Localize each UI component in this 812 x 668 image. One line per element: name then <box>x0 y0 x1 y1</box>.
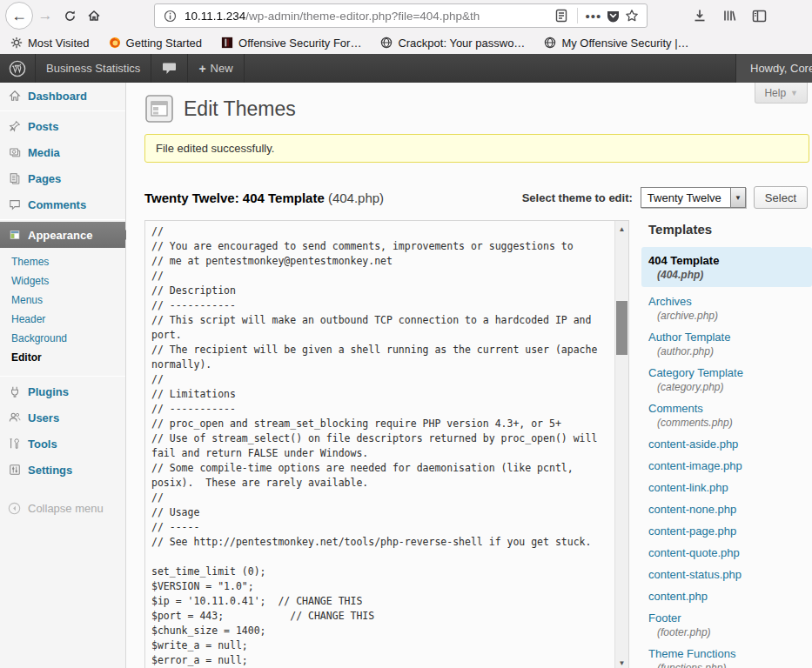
template-link[interactable]: Author Template <box>648 330 730 344</box>
template-item-content-page[interactable]: content-page.php <box>648 523 812 538</box>
bookmark-my-offensive-security[interactable]: My Offensive Security |… <box>544 37 688 50</box>
template-link[interactable]: content-page.php <box>648 524 736 538</box>
sidebar-item-media[interactable]: Media <box>0 139 125 165</box>
template-link[interactable]: content.php <box>648 589 708 604</box>
collapse-menu-button[interactable]: Collapse menu <box>0 495 125 521</box>
help-label: Help <box>764 87 786 99</box>
screen: ← → 10.11.1.234/wp-admin/theme-editor.ph… <box>0 0 812 668</box>
sidebar-item-appearance[interactable]: Appearance <box>0 222 125 248</box>
template-item-content-link[interactable]: content-link.php <box>648 479 812 495</box>
template-link[interactable]: content-image.php <box>648 458 742 473</box>
bookmark-crackpot[interactable]: Crackpot: Your passwo… <box>380 37 525 50</box>
scrollbar-thumb[interactable] <box>616 301 627 355</box>
home-icon <box>87 9 101 23</box>
pocket-icon[interactable] <box>603 6 622 25</box>
new-content-button[interactable]: + New <box>188 54 244 83</box>
template-item-author[interactable]: Author Template (author.php) <box>648 329 812 358</box>
page-actions-icon[interactable]: ••• <box>584 6 603 25</box>
reader-mode-icon[interactable] <box>552 6 571 25</box>
template-item-comments[interactable]: Comments (comments.php) <box>648 400 812 430</box>
template-link[interactable]: Comments <box>648 401 703 416</box>
sidebar-item-label: Media <box>28 146 60 159</box>
theme-picker: Select theme to edit: Twenty Twelve ▼ Se… <box>522 186 808 209</box>
template-link[interactable]: Category Template <box>648 365 743 380</box>
site-name-link[interactable]: Business Statistics <box>36 54 151 83</box>
template-link[interactable]: content-status.php <box>648 567 742 582</box>
forward-button[interactable]: → <box>33 3 57 28</box>
comments-bubble-button[interactable] <box>151 54 188 83</box>
library-icon[interactable] <box>722 9 736 23</box>
sidebar-item-comments[interactable]: Comments <box>0 191 125 217</box>
template-link[interactable]: Theme Functions <box>648 646 735 661</box>
wordpress-logo[interactable] <box>0 54 36 83</box>
plugin-icon <box>8 385 22 397</box>
sidebar-item-tools[interactable]: Tools <box>0 431 125 457</box>
comments-icon <box>8 198 22 210</box>
template-item-content-status[interactable]: content-status.php <box>648 566 812 582</box>
template-link[interactable]: content-aside.php <box>648 437 738 451</box>
template-filename: (functions.php) <box>648 661 812 668</box>
submenu-item-menus[interactable]: Menus <box>0 291 125 310</box>
url-bar[interactable]: 10.11.1.234/wp-admin/theme-editor.php?fi… <box>154 3 648 28</box>
url-text[interactable]: 10.11.1.234/wp-admin/theme-editor.php?fi… <box>185 10 552 23</box>
code-content[interactable]: // // You are encouraged to send comment… <box>145 221 628 668</box>
sidebar-item-settings[interactable]: Settings <box>0 457 125 483</box>
template-link[interactable]: Footer <box>648 611 681 625</box>
template-link[interactable]: content-none.php <box>648 502 736 517</box>
submenu-item-widgets[interactable]: Widgets <box>0 271 125 291</box>
sidebar-item-label: Users <box>28 411 59 424</box>
gear-icon <box>10 37 23 49</box>
theme-select-dropdown[interactable]: Twenty Twelve ▼ <box>641 187 746 208</box>
template-item-archives[interactable]: Archives (archive.php) <box>648 293 812 323</box>
template-filename: (comments.php) <box>648 416 812 430</box>
template-item-content-aside[interactable]: content-aside.php <box>648 436 812 451</box>
admin-content: Help ▼ Edit Themes File edited successfu… <box>126 83 812 668</box>
reload-button[interactable] <box>57 3 82 28</box>
editor-scrollbar[interactable]: ▲ ▼ <box>614 221 628 668</box>
template-link[interactable]: content-quote.php <box>648 545 740 560</box>
template-item-content-quote[interactable]: content-quote.php <box>648 544 812 560</box>
site-info-icon[interactable] <box>160 6 179 25</box>
sidebar-item-plugins[interactable]: Plugins <box>0 378 125 404</box>
sidebar-item-users[interactable]: Users <box>0 404 125 431</box>
notice-text: File edited successfully. <box>156 142 274 155</box>
sidebar-item-label: Tools <box>28 438 57 451</box>
template-item-category[interactable]: Category Template (category.php) <box>648 364 812 394</box>
submenu-item-editor[interactable]: Editor <box>0 348 125 367</box>
submenu-item-themes[interactable]: Themes <box>0 252 125 271</box>
url-domain: 10.11.1.234 <box>185 10 245 23</box>
edited-file-title: Twenty Twelve: 404 Template (404.php) <box>144 190 384 205</box>
submenu-item-background[interactable]: Background <box>0 329 125 348</box>
select-theme-button[interactable]: Select <box>754 186 808 209</box>
url-path: /wp-admin/theme-editor.php?file=404.php&… <box>245 10 480 23</box>
sidebar-item-dashboard[interactable]: Dashboard <box>0 83 125 109</box>
template-item-footer[interactable]: Footer (footer.php) <box>648 610 812 639</box>
bookmark-star-icon[interactable] <box>622 6 641 25</box>
bookmark-getting-started[interactable]: Getting Started <box>109 37 202 50</box>
sidebars-icon[interactable] <box>752 10 767 23</box>
template-item-404[interactable]: 404 Template (404.php) <box>641 247 812 287</box>
help-button[interactable]: Help ▼ <box>755 83 808 104</box>
sidebar-item-pages[interactable]: Pages <box>0 165 125 191</box>
downloads-icon[interactable] <box>693 9 707 23</box>
offensive-security-icon <box>221 37 233 49</box>
template-item-content[interactable]: content.php <box>648 588 812 604</box>
sidebar-item-label: Posts <box>28 120 58 133</box>
toolbar-right-icons <box>693 9 767 23</box>
template-item-content-none[interactable]: content-none.php <box>648 501 812 517</box>
code-editor[interactable]: // // You are encouraged to send comment… <box>144 220 629 668</box>
bookmark-offensive-security-forums[interactable]: Offensive Security For… <box>221 37 361 50</box>
scroll-down-icon[interactable]: ▼ <box>615 657 628 668</box>
home-button[interactable] <box>82 3 106 28</box>
account-menu[interactable]: Howdy, Core <box>735 54 812 83</box>
back-button[interactable]: ← <box>5 2 33 30</box>
bookmark-most-visited[interactable]: Most Visited <box>10 37 90 50</box>
template-link[interactable]: Archives <box>648 294 692 309</box>
template-link[interactable]: content-link.php <box>648 480 728 495</box>
submenu-item-header[interactable]: Header <box>0 310 125 329</box>
template-item-functions[interactable]: Theme Functions (functions.php) <box>648 645 812 668</box>
sidebar-item-posts[interactable]: Posts <box>0 113 125 139</box>
template-link[interactable]: 404 Template <box>648 253 719 268</box>
scroll-up-icon[interactable]: ▲ <box>615 223 628 236</box>
template-item-content-image[interactable]: content-image.php <box>648 458 812 473</box>
